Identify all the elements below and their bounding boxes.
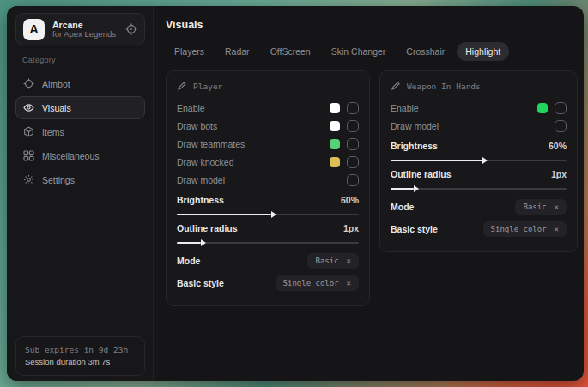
basic-style-tag[interactable]: Single color ✕	[483, 221, 567, 237]
player-panel: Player Enable Draw bots	[166, 70, 370, 306]
app-subtitle: for Apex Legends	[52, 30, 118, 39]
app-header-card: A Arcane for Apex Legends	[15, 13, 145, 45]
toggle-label: Draw model	[391, 121, 439, 131]
tab-crosshair[interactable]: Crosshair	[397, 42, 453, 61]
tab-radar[interactable]: Radar	[216, 42, 258, 61]
grid-icon	[23, 150, 34, 161]
page-title: Visuals	[166, 19, 584, 31]
sidebar: A Arcane for Apex Legends Category	[7, 6, 154, 381]
panel-title: Weapon In Hands	[407, 82, 481, 91]
checkbox[interactable]	[555, 102, 567, 114]
toggle-row: Draw knocked	[177, 153, 359, 171]
color-swatch[interactable]	[330, 139, 340, 149]
tab-players[interactable]: Players	[166, 42, 213, 61]
color-swatch[interactable]	[537, 103, 548, 113]
remove-icon[interactable]: ✕	[555, 203, 559, 211]
select-label: Basic style	[391, 224, 438, 234]
subscription-info-card: Sub expires in 9d 23h Session duration 3…	[15, 336, 145, 377]
session-duration-text: Session duration 3m 7s	[25, 356, 136, 368]
toggle-row: Draw model	[177, 171, 359, 189]
slider-value: 1px	[551, 169, 567, 179]
slider-label: Brightness	[177, 195, 224, 205]
brightness-slider[interactable]	[177, 214, 359, 215]
gear-icon	[23, 174, 34, 185]
sidebar-item-settings[interactable]: Settings	[15, 168, 145, 191]
remove-icon[interactable]: ✕	[347, 257, 351, 265]
weapon-in-hands-panel: Weapon In Hands Enable Draw model	[379, 70, 578, 252]
app-logo: A	[23, 19, 45, 40]
sidebar-item-aimbot[interactable]: Aimbot	[15, 72, 145, 95]
color-swatch[interactable]	[330, 157, 340, 167]
toggle-row: Enable	[391, 99, 567, 117]
checkbox[interactable]	[347, 102, 359, 114]
toggle-label: Enable	[177, 103, 205, 113]
remove-icon[interactable]: ✕	[555, 225, 559, 233]
checkbox[interactable]	[347, 156, 359, 168]
marker-icon	[391, 81, 401, 91]
toggle-label: Draw knocked	[177, 157, 234, 167]
checkbox[interactable]	[347, 138, 359, 150]
toggle-row: Draw teammates	[177, 135, 359, 153]
toggle-row: Draw bots	[177, 117, 359, 135]
select-label: Mode	[391, 202, 414, 212]
cube-icon	[23, 126, 34, 137]
scope-icon[interactable]	[125, 23, 137, 35]
slider-label: Outline radius	[177, 223, 238, 233]
sidebar-item-label: Visuals	[42, 103, 71, 113]
outline-radius-slider[interactable]	[391, 188, 567, 190]
eye-icon	[23, 102, 34, 113]
tab-offscreen[interactable]: OffScreen	[262, 42, 319, 61]
sub-expires-text: Sub expires in 9d 23h	[25, 344, 136, 356]
sidebar-item-label: Settings	[42, 175, 75, 185]
sidebar-item-miscellaneous[interactable]: Miscellaneous	[15, 144, 145, 167]
tab-bar: Players Radar OffScreen Skin Changer Cro…	[166, 42, 584, 61]
sidebar-item-label: Items	[42, 127, 64, 137]
category-label: Category	[22, 56, 145, 64]
sidebar-item-items[interactable]: Items	[15, 120, 145, 143]
brightness-slider[interactable]	[391, 160, 567, 161]
toggle-row: Enable	[177, 99, 359, 117]
tab-highlight[interactable]: Highlight	[457, 42, 509, 61]
slider-label: Outline radius	[391, 169, 452, 179]
checkbox[interactable]	[555, 120, 567, 132]
remove-icon[interactable]: ✕	[347, 279, 351, 287]
checkbox[interactable]	[347, 174, 359, 186]
panel-title: Player	[193, 82, 222, 91]
slider-label: Brightness	[391, 141, 438, 151]
select-label: Basic style	[177, 278, 224, 288]
tab-skin-changer[interactable]: Skin Changer	[323, 42, 395, 61]
toggle-label: Draw teammates	[177, 139, 245, 149]
toggle-label: Draw bots	[177, 121, 217, 131]
sidebar-item-label: Aimbot	[42, 79, 70, 89]
slider-value: 60%	[549, 141, 567, 151]
mode-tag[interactable]: Basic ✕	[515, 199, 567, 215]
app-name: Arcane	[52, 20, 118, 30]
select-label: Mode	[177, 256, 200, 266]
outline-radius-slider[interactable]	[177, 242, 359, 244]
mode-tag[interactable]: Basic ✕	[307, 253, 359, 269]
toggle-label: Draw model	[177, 175, 225, 185]
sidebar-item-visuals[interactable]: Visuals	[15, 96, 145, 119]
toggle-row: Draw model	[391, 117, 567, 135]
slider-value: 1px	[343, 223, 359, 233]
basic-style-tag[interactable]: Single color ✕	[276, 275, 359, 291]
toggle-label: Enable	[391, 103, 419, 113]
slider-value: 60%	[341, 195, 359, 205]
checkbox[interactable]	[347, 120, 359, 132]
app-window: A Arcane for Apex Legends Category	[7, 6, 584, 381]
color-swatch[interactable]	[330, 121, 340, 131]
crosshair-icon	[23, 78, 34, 89]
sidebar-item-label: Miscellaneous	[42, 151, 100, 161]
marker-icon	[177, 81, 187, 91]
main-content: Visuals Players Radar OffScreen Skin Cha…	[154, 6, 584, 381]
color-swatch[interactable]	[330, 103, 340, 113]
